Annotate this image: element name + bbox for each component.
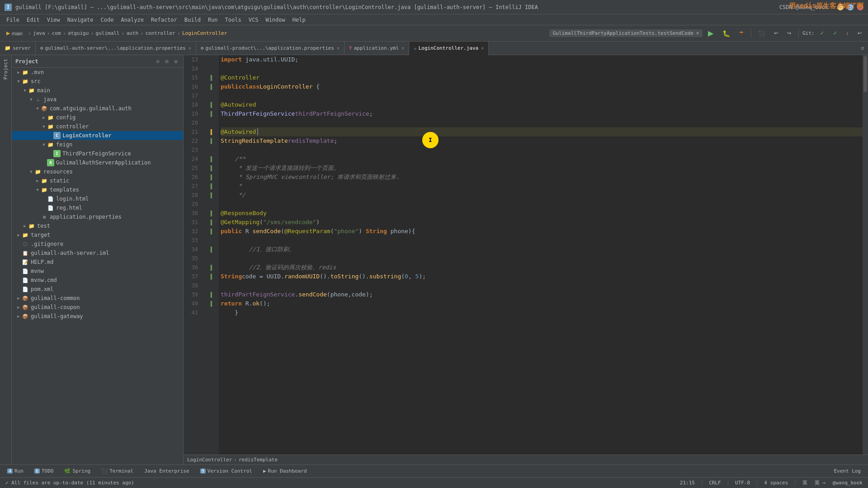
tree-templates[interactable]: ▼ 📁 templates [12,185,183,194]
tree-login-controller[interactable]: C LoginController [12,131,183,140]
tree-common[interactable]: ▶ 📦 gulimall-common [12,294,183,303]
sidebar-collapse-btn[interactable]: ⊟ [163,58,170,65]
tree-feign-service[interactable]: I ThirdPartFeignService [12,149,183,158]
git-green-icon: ▌ [211,183,214,189]
git-rollback-button[interactable]: ↩ [854,29,865,38]
bc-atguigu[interactable]: atguigu [68,30,89,36]
scrollbar-thumb[interactable] [863,56,867,92]
toolbar-project-btn[interactable]: ▶ main [3,29,26,38]
tab-server[interactable]: 📁 server [0,42,36,55]
tree-mvn[interactable]: ▶ 📁 .mvn [12,68,183,77]
code-line-21: @Autowired│ [221,127,863,136]
menu-file[interactable]: File [3,16,23,24]
menu-view[interactable]: View [43,16,64,24]
line-num-18: 18 [184,100,202,109]
sidebar-settings-btn[interactable]: ⚙ [172,58,179,65]
tree-reg-html[interactable]: 📄 reg.html [12,203,183,212]
tree-pom[interactable]: 📄 pom.xml [12,285,183,294]
tab-product-properties[interactable]: ⚙ gulimall-product\...\application.prope… [196,42,344,55]
status-position[interactable]: 21:15 [678,480,697,486]
tree-target[interactable]: ▶ 📁 target [12,230,183,239]
tree-src[interactable]: ▼ 📁 src [12,77,183,86]
code-body[interactable]: import java.util.UUID; @Controllerpublic… [219,55,863,455]
tree-target-label: target [31,232,50,238]
tree-app-props[interactable]: ⚙ application.properties [12,212,183,221]
footer-class[interactable]: LoginController [187,457,232,463]
tree-resources[interactable]: ▼ 📁 resources [12,167,183,176]
code-line-18: @Autowired [221,100,863,109]
tab-java-close[interactable]: × [481,46,484,51]
git-push-button[interactable]: ↑ [843,29,853,38]
git-commit-button[interactable]: ✓ [830,29,841,38]
tree-coupon[interactable]: ▶ 📦 gulimall-coupon [12,303,183,312]
coverage-button[interactable]: ☂ [736,29,747,38]
tab-auth-close[interactable]: × [189,46,191,51]
btn-java-enterprise[interactable]: Java Enterprise [141,467,193,475]
tree-app[interactable]: A GulimallAuthServerApplication [12,158,183,167]
tab-settings-btn[interactable]: ≡ [857,45,868,52]
bc-java[interactable]: java [33,30,45,36]
btn-terminal[interactable]: ⬛ Terminal [98,467,137,475]
tab-application-yml[interactable]: Y application.yml × [344,42,409,55]
tree-mvnw[interactable]: 📄 mvnw [12,267,183,276]
menu-tools[interactable]: Tools [222,16,245,24]
tree-feign[interactable]: ▼ 📁 feign [12,140,183,149]
tree-gateway[interactable]: ▶ 📦 gulimall-gateway [12,312,183,321]
tree-java[interactable]: ▼ ☕ java [12,95,183,104]
bc-logincontroller[interactable]: LoginController [182,30,227,36]
git-update-button[interactable]: ✓ [816,29,828,38]
tree-test[interactable]: ▶ 📁 test [12,221,183,230]
footer-field[interactable]: redisTemplate [239,457,278,463]
tree-gitignore[interactable]: ⬡ .gitignore [12,239,183,249]
git-green-icon: ▌ [211,211,214,216]
menu-help[interactable]: Help [289,16,309,24]
status-charset[interactable]: UTF-8 [733,480,752,486]
tab-yml-close[interactable]: × [401,46,404,51]
menu-edit[interactable]: Edit [23,16,43,24]
tab-auth-properties[interactable]: ⚙ gulimall-auth-server\...\application.p… [36,42,196,55]
tree-iml[interactable]: 📋 gulimall-auth-server.iml [12,249,183,258]
bc-com[interactable]: com [52,30,61,36]
menu-window[interactable]: Window [262,16,288,24]
tree-package[interactable]: ▼ 📦 com.atguigu.gulimall.auth [12,104,183,113]
btn-vcs[interactable]: 9 Version Control [197,467,256,475]
run-config-selector[interactable]: GulimallThirdPartyApplicationTests.testS… [549,29,703,37]
btn-todo[interactable]: 6 TODO [31,467,57,475]
tree-main[interactable]: ▼ 📁 main [12,86,183,95]
btn-event-log[interactable]: Event Log [830,467,864,475]
menu-build[interactable]: Build [181,16,204,24]
btn-run[interactable]: 4 Run [4,467,27,475]
tree-controller[interactable]: ▼ 📁 controller [12,122,183,131]
gutter-row-25: ▌ [205,164,219,173]
menu-refactor[interactable]: Refactor [147,16,181,24]
tab-login-controller[interactable]: ☕ LoginController.java × [409,42,489,55]
redo-button[interactable]: ↪ [783,29,795,38]
tree-login-html[interactable]: 📄 login.html [12,194,183,203]
status-indent[interactable]: 4 spaces [762,480,790,486]
bc-controller[interactable]: controller [145,30,175,36]
menu-run[interactable]: Run [204,16,222,24]
stop-button[interactable]: ⬛ [755,29,769,38]
bc-auth[interactable]: auth [127,30,139,36]
line-num-21: 21 [184,127,202,136]
tree-mvnwcmd[interactable]: 📄 mvnw.cmd [12,276,183,285]
vtab-project[interactable]: Project [1,55,10,83]
btn-run-dashboard[interactable]: ▶ Run Dashboard [259,467,311,475]
run-button[interactable]: ▶ [704,28,717,39]
debug-button[interactable]: 🐛 [719,28,734,38]
menu-vcs[interactable]: VCS [245,16,262,24]
tree-help[interactable]: 📝 HELP.md [12,258,183,267]
undo-button[interactable]: ↩ [770,29,782,38]
tree-config[interactable]: ▶ 📁 config [12,113,183,122]
tab-product-close[interactable]: × [337,46,340,51]
btn-spring[interactable]: 🌿 Spring [61,467,94,475]
sidebar-locate-btn[interactable]: ⊙ [154,58,161,65]
tree-static[interactable]: ▶ 📁 static [12,176,183,185]
menu-code[interactable]: Code [97,16,118,24]
tree-app-arrow [41,160,47,166]
right-scrollbar[interactable] [863,55,868,455]
bc-gulimall[interactable]: gulimall [96,30,120,36]
menu-navigate[interactable]: Navigate [64,16,97,24]
status-crlf[interactable]: CRLF [707,480,723,486]
menu-analyze[interactable]: Analyze [117,16,147,24]
